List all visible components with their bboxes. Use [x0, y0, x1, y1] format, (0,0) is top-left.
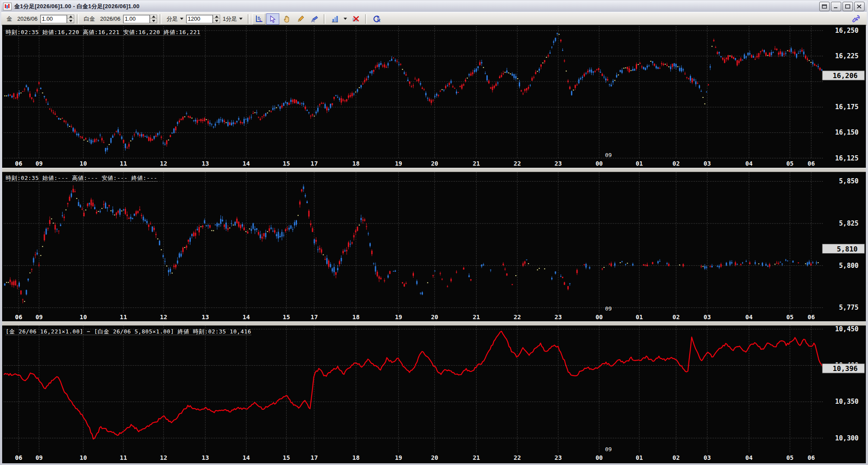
svg-text:R: R: [377, 18, 381, 23]
svg-text:5,825: 5,825: [839, 220, 859, 227]
svg-text:16,225: 16,225: [835, 52, 859, 60]
svg-text:17: 17: [311, 454, 318, 461]
platinum-chart-info: 時刻:02:35 始値:--- 高値:--- 安値:--- 終値:---: [6, 174, 158, 182]
svg-text:16,125: 16,125: [835, 154, 859, 162]
platinum-contract-label: 2026/06: [100, 16, 120, 22]
platinum-label: 白金: [84, 15, 95, 23]
svg-text:10: 10: [80, 454, 87, 461]
svg-text:10,350: 10,350: [835, 398, 859, 405]
spread-chart-info: [金 26/06 16,221×1.00] − [白金 26/06 5,805×…: [6, 328, 251, 335]
svg-text:18: 18: [352, 314, 360, 320]
svg-text:10: 10: [80, 314, 87, 320]
svg-text:5,850: 5,850: [839, 177, 859, 185]
interval-dropdown[interactable]: 1分足: [223, 15, 243, 23]
candlestick-app-icon: [3, 3, 12, 10]
delete-study-button[interactable]: [349, 13, 362, 25]
svg-text:16,250: 16,250: [835, 27, 859, 35]
gold-chart-plot[interactable]: 16,25016,22516,17516,15016,12516,2060609…: [2, 25, 866, 168]
chevron-down-icon: [239, 18, 243, 20]
svg-text:05: 05: [786, 160, 794, 167]
cursor-button[interactable]: [266, 13, 279, 25]
svg-text:20: 20: [431, 454, 438, 461]
svg-text:01: 01: [636, 454, 643, 461]
gold-ratio-input[interactable]: [40, 15, 67, 23]
svg-text:14: 14: [243, 314, 250, 320]
draw-line-button[interactable]: [294, 13, 307, 25]
svg-text:16,206: 16,206: [833, 72, 858, 80]
gold-label: 金: [6, 15, 12, 23]
toolbar-separator: [77, 14, 79, 24]
indicator-button[interactable]: [328, 13, 341, 25]
svg-text:5,775: 5,775: [839, 304, 859, 311]
svg-text:15: 15: [283, 160, 290, 167]
svg-text:09: 09: [35, 160, 43, 167]
maximize-button[interactable]: [843, 2, 853, 11]
minimize-button[interactable]: [831, 2, 841, 11]
draw-freehand-button[interactable]: [308, 13, 321, 25]
svg-text:09: 09: [35, 454, 43, 461]
svg-text:20: 20: [431, 314, 438, 320]
svg-text:02: 02: [672, 314, 680, 320]
svg-text:09: 09: [605, 305, 612, 312]
svg-text:02: 02: [672, 160, 680, 167]
spin-down-icon[interactable]: [213, 19, 220, 23]
pencil-icon: [296, 15, 305, 23]
toolbar-separator: [324, 14, 325, 24]
bar-type-dropdown[interactable]: 分足: [167, 15, 183, 23]
title-bar: 金1分足[2026/06]1.00 - 白金1分足[2026/06]1.00: [1, 1, 867, 12]
svg-text:17: 17: [311, 314, 318, 320]
svg-text:19: 19: [395, 314, 402, 320]
svg-text:21: 21: [473, 454, 480, 461]
svg-text:14: 14: [243, 454, 250, 461]
close-button[interactable]: [854, 2, 865, 11]
svg-text:06: 06: [15, 314, 22, 320]
cursor-icon: [269, 15, 277, 23]
settings-wrench-button[interactable]: [849, 13, 862, 25]
platinum-ratio-spinbox: [123, 15, 157, 23]
platinum-chart-plot[interactable]: 5,8505,8255,8005,7755,810060910111213141…: [2, 171, 866, 321]
chevron-down-icon: [180, 18, 183, 20]
pan-button[interactable]: [280, 13, 293, 25]
app-window: 金1分足[2026/06]1.00 - 白金1分足[2026/06]1.00 金…: [0, 0, 868, 465]
chevron-down-icon[interactable]: [344, 18, 347, 20]
svg-text:06: 06: [15, 160, 22, 167]
chart-layout-button[interactable]: [253, 13, 265, 25]
blue-pencil-icon: [310, 15, 319, 23]
interval-label: 1分足: [223, 15, 237, 23]
wrench-icon: [851, 14, 861, 24]
refresh-icon: R: [372, 15, 381, 23]
svg-text:18: 18: [352, 160, 360, 167]
svg-text:13: 13: [202, 314, 209, 320]
bar-count-input[interactable]: [186, 15, 213, 23]
toolbar-separator: [160, 14, 161, 24]
bar-chart-icon: [331, 15, 339, 23]
hand-icon: [282, 15, 291, 23]
svg-text:12: 12: [160, 454, 167, 461]
spin-down-icon[interactable]: [150, 19, 157, 23]
popup-window-button[interactable]: [819, 2, 830, 11]
svg-text:06: 06: [808, 454, 815, 461]
svg-text:22: 22: [514, 160, 521, 167]
spread-chart-plot[interactable]: 10,45010,40010,35010,30010,3960609101112…: [2, 325, 866, 462]
spin-up-icon[interactable]: [213, 15, 220, 19]
svg-text:16,175: 16,175: [835, 103, 859, 111]
svg-text:12: 12: [160, 160, 167, 167]
svg-text:19: 19: [395, 454, 402, 461]
svg-text:17: 17: [311, 160, 318, 167]
svg-text:01: 01: [636, 314, 643, 320]
svg-text:09: 09: [605, 446, 612, 452]
refresh-button[interactable]: R: [370, 13, 383, 25]
svg-text:06: 06: [808, 314, 815, 320]
bar-type-label: 分足: [167, 15, 178, 23]
spin-up-icon[interactable]: [150, 15, 157, 19]
svg-text:00: 00: [596, 160, 603, 167]
svg-text:06: 06: [808, 160, 815, 167]
svg-text:10,300: 10,300: [835, 434, 859, 442]
svg-text:5,810: 5,810: [837, 245, 858, 253]
spin-up-icon[interactable]: [67, 15, 74, 19]
svg-text:04: 04: [745, 314, 753, 320]
spin-down-icon[interactable]: [67, 19, 74, 23]
svg-text:11: 11: [120, 160, 127, 167]
platinum-ratio-input[interactable]: [123, 15, 150, 23]
svg-text:13: 13: [202, 160, 209, 167]
